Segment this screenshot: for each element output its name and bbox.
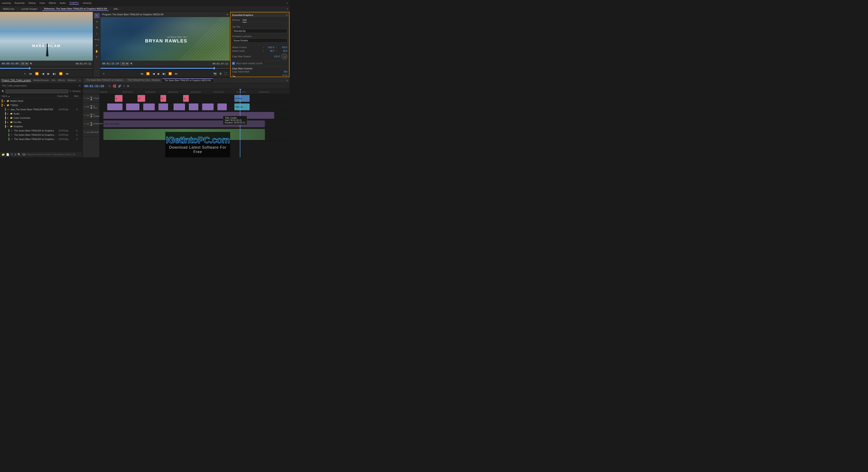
prog-step-back[interactable]: ⏮ bbox=[140, 72, 144, 76]
eg-wipe-falloff-checkbox[interactable]: ✓ bbox=[232, 62, 235, 65]
timeline-snap-toggle[interactable]: 🧲 bbox=[112, 84, 117, 88]
rate-stretch-tool[interactable]: ⟵| bbox=[94, 37, 100, 42]
hand-tool[interactable]: ✋ bbox=[94, 49, 100, 54]
reference-fit-select[interactable]: Fit bbox=[20, 62, 29, 65]
eg-rotation-dial[interactable] bbox=[281, 53, 287, 59]
eg-menu-icon[interactable]: ≡ bbox=[286, 13, 287, 17]
tab-project[interactable]: Project: TSB_Trailer_project bbox=[2, 79, 31, 82]
expand-icon[interactable]: ▼ bbox=[3, 104, 5, 106]
new-bin-button[interactable]: 📁 bbox=[2, 153, 5, 156]
add-marker-button-prog[interactable]: + bbox=[102, 72, 105, 76]
tab-file[interactable]: 00402.mov bbox=[1, 7, 16, 10]
prog-step-prev[interactable]: ⏪ bbox=[145, 72, 151, 76]
timeline-selection-tool[interactable]: ↖ bbox=[108, 84, 111, 88]
track-camera-icon-v3[interactable]: 📷 bbox=[90, 105, 92, 107]
program-timeline-handle[interactable] bbox=[214, 67, 215, 69]
track-lock-icon-v1[interactable]: 🔓 bbox=[90, 124, 92, 126]
track-clip-broll-5[interactable] bbox=[174, 104, 185, 110]
nav-learning[interactable]: Learning bbox=[2, 2, 11, 4]
search-bottom-button[interactable]: 🔍 bbox=[18, 153, 21, 156]
step-next-button[interactable]: ⏩ bbox=[58, 72, 63, 76]
settings-button[interactable]: ⚙ bbox=[218, 72, 223, 76]
eg-pos-y-value[interactable]: 818.0 bbox=[279, 46, 287, 49]
nav-editing[interactable]: Editing bbox=[29, 2, 36, 4]
list-view-button[interactable]: ☰ bbox=[10, 153, 13, 156]
timeline-tab-3[interactable]: The Seam Btwn TRAILER w/ Graphics WEDS B… bbox=[162, 79, 213, 82]
track-lock-icon[interactable]: 🔓 bbox=[90, 98, 92, 100]
track-camera-icon-v2[interactable]: 📷 bbox=[90, 113, 92, 115]
ruler-marks-area[interactable]: 00:00:00 00:00:14:23 00:00:29:23 00:00:4… bbox=[100, 89, 289, 93]
timeline-tab-2[interactable]: TSB TRAILER for Color - Meadow bbox=[125, 79, 162, 82]
step-frame-back-button[interactable]: ◀ bbox=[41, 72, 45, 76]
nav-assembly[interactable]: Assembly bbox=[14, 2, 25, 4]
step-fwd-button[interactable]: ⏭ bbox=[65, 72, 69, 76]
timeline-add-track[interactable]: + bbox=[123, 84, 125, 88]
track-clip-title-5[interactable]: 01_Title... bbox=[235, 95, 250, 102]
list-item[interactable]: ≋ The Seam Btwn TRAILER w/ Graphics CHAN… bbox=[0, 133, 82, 137]
track-row-v2[interactable] bbox=[100, 111, 289, 120]
track-row-v3[interactable]: C006_C0... bbox=[100, 102, 289, 111]
track-clip-audio-1[interactable] bbox=[103, 129, 265, 140]
program-monitor-menu-icon[interactable]: ≡ bbox=[227, 13, 228, 16]
reference-timecode-left[interactable]: 00:00:35:00 bbox=[2, 62, 19, 65]
nav-effects[interactable]: Effects bbox=[49, 2, 56, 4]
prog-frame-fwd[interactable]: ▶| bbox=[162, 72, 166, 76]
track-lock-icon-v2[interactable]: 🔓 bbox=[90, 115, 92, 117]
program-fit-select[interactable]: Fit bbox=[120, 62, 129, 65]
step-back-button[interactable]: ⏮ bbox=[28, 72, 33, 76]
nav-libraries[interactable]: Libraries bbox=[83, 2, 92, 4]
tab-effects[interactable]: Effects bbox=[58, 79, 65, 82]
track-clip-interview-1[interactable]: A001_C004_0219A... bbox=[103, 120, 265, 127]
track-clip-bcamer-1[interactable] bbox=[103, 112, 274, 119]
rolling-edit-tool[interactable]: ↕ bbox=[94, 31, 100, 36]
razor-tool[interactable]: ✂ bbox=[94, 43, 100, 48]
new-item-button[interactable]: 📄 bbox=[6, 153, 9, 156]
eg-scale-x-value[interactable]: 80.0 bbox=[266, 50, 274, 52]
tab-effects[interactable]: Effe... bbox=[112, 7, 121, 10]
program-timecode-left[interactable]: 00:01:32:20 bbox=[102, 62, 119, 65]
project-panel-more[interactable]: » bbox=[79, 79, 81, 82]
track-clip-broll-7[interactable] bbox=[202, 104, 214, 110]
list-item[interactable]: ≋ The Seam Btwn TRAILER w/ Graphics REVI… bbox=[0, 137, 82, 141]
tab-lumetri[interactable]: Lumetri Scopes bbox=[20, 7, 39, 10]
list-item[interactable]: ▼ 📁 Graphics bbox=[0, 124, 82, 128]
list-item[interactable]: ▶ 📁 Color Correction bbox=[0, 116, 82, 120]
project-refresh-icon[interactable]: ↻ bbox=[79, 85, 81, 87]
step-frame-fwd-button[interactable]: ▶| bbox=[52, 72, 57, 76]
add-marker-button[interactable]: + bbox=[23, 72, 27, 76]
track-row-v1[interactable]: A001_C004_0219A... bbox=[100, 120, 289, 128]
track-clip-broll-9[interactable]: C006_C0... bbox=[235, 104, 250, 110]
prog-step-fwd[interactable]: ⏭ bbox=[174, 72, 179, 76]
timeline-settings[interactable]: ⚙ bbox=[126, 84, 130, 88]
eg-name-input[interactable] bbox=[232, 38, 287, 42]
list-item[interactable]: ▶ 📁 Adobe Stock bbox=[0, 99, 82, 103]
track-clip-title-4[interactable]: fx bbox=[183, 95, 189, 102]
timeline-menu-icon[interactable]: ≡ bbox=[286, 79, 288, 82]
tab-markers[interactable]: Markers bbox=[68, 79, 76, 82]
nav-color[interactable]: Color bbox=[39, 2, 45, 4]
track-clip-broll-3[interactable] bbox=[143, 104, 155, 110]
step-prev-button[interactable]: ⏪ bbox=[34, 72, 39, 76]
tab-info[interactable]: Info bbox=[52, 79, 55, 82]
icon-view-button[interactable]: ⊞ bbox=[14, 153, 16, 156]
track-eye-icon-v3[interactable]: 👁 bbox=[84, 106, 86, 108]
list-item[interactable]: ▼ 📁 **SEQs bbox=[0, 103, 82, 107]
track-eye-icon[interactable]: 👁 bbox=[84, 97, 86, 99]
export-frame-button[interactable]: 📷 bbox=[213, 72, 218, 76]
find-button[interactable]: ⌨ bbox=[22, 153, 26, 156]
prog-step-next[interactable]: ⏩ bbox=[167, 72, 173, 76]
nav-graphics[interactable]: Graphics bbox=[69, 1, 79, 5]
eg-job-title-input[interactable] bbox=[232, 29, 287, 33]
eg-scale-y-value[interactable]: 80.0 bbox=[279, 50, 287, 52]
panel-tabs-more[interactable]: » bbox=[287, 7, 288, 10]
track-lock-icon-v3[interactable]: 🔓 bbox=[90, 107, 92, 109]
eg-edge-falloff-value[interactable]: 600 bbox=[279, 70, 287, 73]
track-clip-title-1[interactable]: fx bbox=[115, 95, 123, 102]
track-clip-title-3[interactable]: fx bbox=[160, 95, 166, 102]
eg-rotation-value[interactable]: 232.8° bbox=[272, 55, 280, 58]
search-clear-icon[interactable]: ✕ bbox=[69, 90, 71, 92]
tab-media-browser[interactable]: Media Browser bbox=[33, 79, 49, 82]
track-eye-icon-a1[interactable]: 👁 bbox=[84, 131, 86, 134]
project-search-input[interactable] bbox=[5, 89, 68, 93]
track-clip-broll-1[interactable] bbox=[107, 104, 123, 110]
